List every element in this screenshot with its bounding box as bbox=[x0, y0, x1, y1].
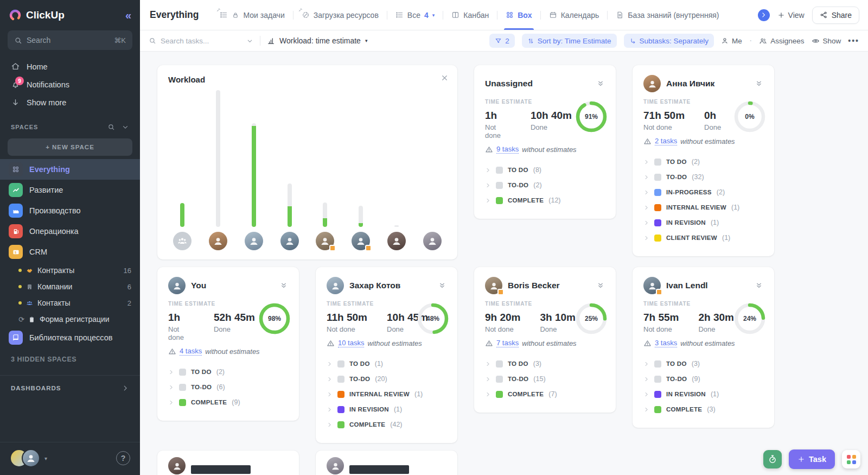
status-color bbox=[337, 360, 344, 368]
book-icon bbox=[9, 331, 23, 345]
sidebar-space-everything[interactable]: Everything bbox=[0, 159, 140, 180]
tab-zagruzka-resursov[interactable]: Загрузка ресурсов bbox=[293, 0, 387, 30]
tabs-overflow-button[interactable] bbox=[758, 9, 770, 21]
share-button[interactable]: Share bbox=[812, 7, 859, 24]
sidebar-dashboards[interactable]: DASHBOARDS bbox=[0, 376, 140, 401]
tasks-without-estimates-link[interactable]: 3 tasks bbox=[655, 339, 677, 347]
tasks-without-estimates-link[interactable]: 7 tasks bbox=[496, 339, 519, 347]
filter-count: 2 bbox=[505, 37, 509, 45]
me-filter-button[interactable]: Me bbox=[721, 37, 742, 45]
tab-kalendar[interactable]: Календарь bbox=[541, 0, 608, 30]
status-group-row[interactable]: IN REVISION(1) bbox=[643, 215, 763, 230]
status-group-row[interactable]: COMPLETE(42) bbox=[327, 417, 446, 432]
sidebar-list-kontakty[interactable]: Контакты 2 bbox=[0, 295, 140, 311]
progress-ring: 98% bbox=[259, 303, 290, 334]
status-color bbox=[179, 384, 186, 391]
new-space-button[interactable]: + NEW SPACE bbox=[8, 138, 132, 156]
chevron-right-icon bbox=[643, 361, 649, 367]
status-group-row[interactable]: TO DO(8) bbox=[485, 162, 605, 178]
bar-chart-icon bbox=[267, 37, 275, 45]
sort-button[interactable]: Sort by: Time Estimate bbox=[522, 34, 617, 48]
task-search[interactable] bbox=[149, 37, 253, 45]
status-group-row[interactable]: COMPLETE(9) bbox=[168, 395, 288, 410]
status-group-row[interactable]: COMPLETE(3) bbox=[643, 402, 763, 417]
status-group-row[interactable]: TO DO(1) bbox=[327, 356, 446, 371]
help-button[interactable]: ? bbox=[116, 451, 130, 465]
status-group-row[interactable]: IN REVISION(1) bbox=[643, 387, 763, 402]
status-group-row[interactable]: TO-DO(6) bbox=[168, 379, 288, 395]
sidebar-space-library[interactable]: Библиотека процессов bbox=[0, 327, 140, 348]
status-group-row[interactable]: CLIENT REVIEW(1) bbox=[643, 230, 763, 245]
sidebar-list-forma-registracii[interactable]: ⟳ Форма регистрации bbox=[0, 311, 140, 327]
status-color bbox=[496, 167, 503, 174]
search-tasks-input[interactable] bbox=[161, 37, 242, 45]
tasks-without-estimates-link[interactable]: 10 tasks bbox=[338, 339, 364, 347]
sidebar-item-home[interactable]: Home bbox=[0, 58, 140, 75]
status-group-row[interactable]: INTERNAL REVIEW(1) bbox=[327, 387, 446, 402]
status-group-row[interactable]: TO DO(3) bbox=[485, 356, 605, 371]
close-icon[interactable] bbox=[441, 74, 449, 82]
warning-icon bbox=[327, 339, 335, 347]
status-group-row[interactable]: TO-DO(32) bbox=[643, 169, 763, 185]
progress-percent: 24% bbox=[734, 303, 765, 334]
spaces-search-icon[interactable] bbox=[107, 123, 115, 131]
sidebar-search[interactable]: Search ⌘K bbox=[8, 30, 132, 50]
more-options-button[interactable]: ••• bbox=[848, 36, 859, 45]
tab-box[interactable]: Box bbox=[497, 0, 540, 30]
status-group-row[interactable]: IN REVISION(1) bbox=[327, 402, 446, 417]
tab-vse[interactable]: Все 4 ▾ bbox=[387, 0, 443, 30]
timer-button[interactable] bbox=[763, 450, 782, 468]
status-group-row[interactable]: TO-DO(15) bbox=[485, 371, 605, 387]
subtasks-button[interactable]: Subtasks: Separately bbox=[624, 34, 714, 48]
tasks-without-estimates-link[interactable]: 4 tasks bbox=[180, 347, 202, 356]
sidebar-list-kompanii[interactable]: Компании 6 bbox=[0, 278, 140, 295]
tasks-without-estimates-link[interactable]: 2 tasks bbox=[655, 137, 677, 145]
tab-kanban[interactable]: Канбан bbox=[443, 0, 497, 30]
collapse-card-icon[interactable] bbox=[438, 281, 446, 290]
status-group-row[interactable]: IN-PROGRESS(2) bbox=[643, 185, 763, 200]
filter-button[interactable]: 2 bbox=[489, 34, 515, 48]
collapse-card-icon[interactable] bbox=[596, 79, 605, 88]
sidebar-item-notifications[interactable]: 9 Notifications bbox=[0, 75, 140, 93]
tab-moi-zadachi[interactable]: Мои задачи bbox=[212, 0, 292, 30]
sidebar-space-crm[interactable]: CRM bbox=[0, 242, 140, 262]
tab-baza-znanij[interactable]: База знаний (внутренняя) bbox=[608, 0, 727, 30]
show-button[interactable]: Show bbox=[812, 37, 841, 45]
status-group-row[interactable]: TO-DO(20) bbox=[327, 371, 446, 387]
sidebar-list-kontrakty[interactable]: Контракты 16 bbox=[0, 262, 140, 278]
status-group-row[interactable]: TO-DO(2) bbox=[485, 178, 605, 193]
sidebar-item-show-more[interactable]: Show more bbox=[0, 93, 140, 111]
progress-percent: 98% bbox=[259, 303, 290, 334]
apps-button[interactable] bbox=[842, 450, 860, 468]
add-task-button[interactable]: Task bbox=[789, 449, 835, 469]
sidebar-space-operacionka[interactable]: Операционка bbox=[0, 221, 140, 242]
hidden-spaces-label[interactable]: 3 HIDDEN SPACES bbox=[0, 348, 140, 371]
filter-toolbar: Workload: time estimate ▾ 2 Sort by: Tim… bbox=[140, 30, 868, 52]
done-value: 3h 10m bbox=[540, 312, 575, 324]
avatar bbox=[327, 277, 344, 294]
status-group-row[interactable]: TO DO(2) bbox=[168, 364, 288, 379]
collapse-card-icon[interactable] bbox=[596, 281, 605, 290]
status-group-row[interactable]: TO-DO(9) bbox=[643, 371, 763, 387]
search-shortcut: ⌘K bbox=[114, 36, 126, 45]
member-card-partial bbox=[157, 451, 299, 475]
status-group-row[interactable]: INTERNAL REVIEW(1) bbox=[643, 200, 763, 215]
collapse-card-icon[interactable] bbox=[755, 79, 763, 88]
collapse-card-icon[interactable] bbox=[755, 281, 763, 290]
sidebar-collapse-icon[interactable]: « bbox=[125, 10, 131, 21]
sidebar-space-razvitie[interactable]: Развитие bbox=[0, 180, 140, 200]
spaces-chevron-down-icon[interactable] bbox=[122, 123, 129, 131]
add-view-button[interactable]: View bbox=[777, 11, 805, 20]
chevron-down-icon[interactable] bbox=[246, 37, 253, 45]
status-group-row[interactable]: TO DO(2) bbox=[643, 154, 763, 169]
status-group-row[interactable]: TO DO(3) bbox=[643, 356, 763, 371]
status-group-row[interactable]: COMPLETE(7) bbox=[485, 387, 605, 402]
tasks-without-estimates-link[interactable]: 9 tasks bbox=[496, 145, 519, 154]
workload-view-switcher[interactable]: Workload: time estimate ▾ bbox=[267, 36, 367, 45]
user-menu[interactable]: ▾ bbox=[10, 449, 47, 467]
assignees-button[interactable]: Assignees bbox=[759, 37, 804, 45]
status-group-row[interactable]: COMPLETE(12) bbox=[485, 193, 605, 208]
sidebar-space-proizvodstvo[interactable]: Производство bbox=[0, 200, 140, 221]
collapse-card-icon[interactable] bbox=[279, 281, 288, 290]
search-icon bbox=[149, 37, 156, 45]
